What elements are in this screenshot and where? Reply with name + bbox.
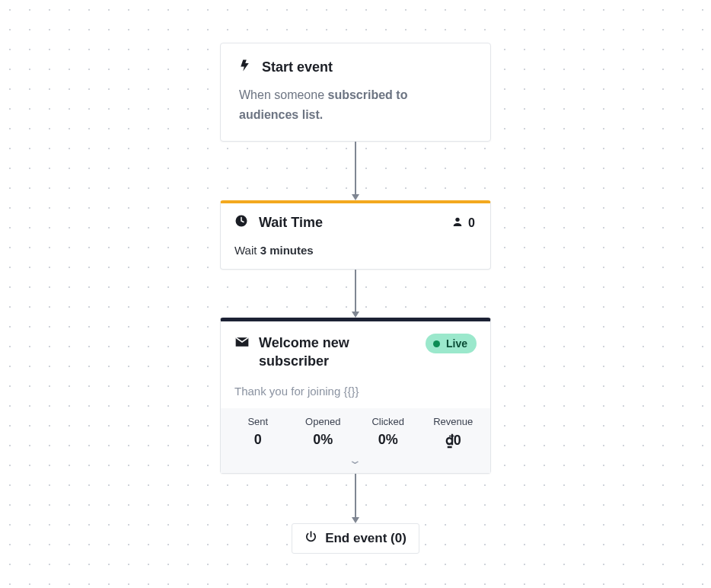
- stat-revenue: Revenue ₫0: [421, 416, 486, 449]
- connector: [352, 142, 359, 200]
- clock-icon: [234, 214, 248, 232]
- envelope-icon: [234, 336, 250, 352]
- email-title: Welcome new subscriber: [259, 334, 396, 371]
- start-event-title: Start event: [262, 59, 333, 75]
- chevron-down-icon: ⌄: [348, 454, 362, 466]
- stat-sent: Sent 0: [225, 416, 291, 449]
- status-badge: Live: [426, 334, 477, 353]
- expand-toggle[interactable]: ⌄: [221, 450, 490, 473]
- status-dot-icon: [433, 340, 440, 347]
- wait-time-node[interactable]: Wait Time 0 Wait 3 minutes: [220, 200, 491, 270]
- email-preview-text: Thank you for joining {{}}: [221, 380, 490, 408]
- bolt-icon: [239, 59, 253, 76]
- end-event-label: End event (0): [325, 531, 407, 546]
- start-event-description: When someone subscribed to audiences lis…: [239, 85, 472, 124]
- wait-time-body: Wait 3 minutes: [221, 241, 490, 269]
- workflow-canvas[interactable]: Start event When someone subscribed to a…: [0, 0, 711, 588]
- start-event-node[interactable]: Start event When someone subscribed to a…: [220, 43, 491, 142]
- email-stats: Sent 0 Opened 0% Clicked 0% Revenue ₫0: [221, 408, 490, 450]
- stat-opened: Opened 0%: [291, 416, 356, 449]
- person-icon: [451, 216, 464, 231]
- connector: [352, 270, 359, 318]
- email-node[interactable]: Welcome new subscriber Live Thank you fo…: [220, 318, 491, 474]
- power-icon: [304, 530, 317, 547]
- wait-time-title: Wait Time: [259, 215, 323, 231]
- wait-time-header: Wait Time 0: [221, 203, 490, 241]
- end-event-node[interactable]: End event (0): [292, 523, 419, 554]
- wait-people-count: 0: [451, 216, 475, 231]
- connector: [352, 474, 359, 523]
- start-event-header: Start event: [239, 59, 472, 76]
- email-header: Welcome new subscriber Live: [221, 321, 490, 380]
- stat-clicked: Clicked 0%: [356, 416, 421, 449]
- svg-point-1: [455, 217, 459, 221]
